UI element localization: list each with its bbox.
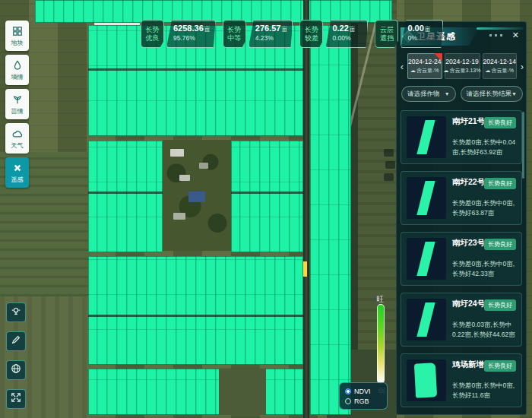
- layer-option-rgb[interactable]: RGB: [345, 397, 387, 405]
- measure-pencil-icon: [11, 334, 21, 348]
- growth-badge: 长势良好: [484, 178, 516, 189]
- field-card[interactable]: 鸡场新增耕地西 长势良好 长势差0亩,长势中0亩,长势好11.6亩: [401, 353, 522, 407]
- stat-chip: 云层遮挡: [375, 20, 398, 48]
- stat-group-excellent: 长势优良 6258.36亩 95.76%: [141, 20, 216, 48]
- tool-globe-button[interactable]: [6, 360, 26, 380]
- stat-group-cloud: 云层遮挡 0.00亩 0%: [375, 20, 443, 48]
- field-overlay[interactable]: [88, 141, 163, 252]
- next-date-icon[interactable]: ›: [519, 62, 525, 71]
- stat-chip: 长势较差: [299, 20, 323, 48]
- stat-group-poor: 长势较差 0.22亩 0.00%: [299, 20, 368, 48]
- moisture-drop-icon: [12, 60, 23, 74]
- chevron-down-icon: ▼: [445, 91, 450, 97]
- field-card[interactable]: 南圩23号路南 长势良好 长势差0亩,长势中0亩,长势好42.33亩: [401, 232, 522, 286]
- field-card[interactable]: 南圩24号路南 长势良好 长势差0.03亩,长势中0.22亩,长势好44.62亩: [401, 293, 522, 347]
- stat-chip: 长势中等: [223, 20, 246, 48]
- satellite-tool-icon: [11, 306, 21, 319]
- growth-result-select[interactable]: 请选择长势结果 ▼: [461, 86, 523, 102]
- field-overlay[interactable]: [88, 369, 303, 415]
- sidebar-item-seedling[interactable]: 苗情: [5, 89, 29, 119]
- field-boundary: [231, 192, 303, 194]
- field-overlay[interactable]: [88, 256, 303, 365]
- field-boundary: [88, 68, 303, 71]
- remote-sensing-satellite-icon: [12, 163, 23, 176]
- field-desc: 长势差0亩,长势中0亩,长势好63.87亩: [452, 198, 516, 218]
- legend-label-high: 旺: [376, 294, 384, 305]
- low-ndvi-strip: [303, 261, 307, 277]
- new-badge-icon: [434, 53, 442, 62]
- date-tab[interactable]: 2024-12-19 ☁含云量3.13%: [445, 53, 480, 79]
- map-label-tag: [384, 149, 394, 157]
- cloud-icon: ☁: [410, 68, 416, 74]
- tool-measure-button[interactable]: [6, 331, 26, 351]
- ndvi-gradient-bar: [377, 304, 385, 384]
- sidebar-item-label: 天气: [11, 143, 24, 149]
- stat-value-box: 0.22亩 0.00%: [325, 20, 368, 48]
- field-card[interactable]: 南圩22号路南 长势良好 长势差0亩,长势中0亩,长势好63.87亩: [401, 171, 522, 225]
- sidebar-item-label: 墒情: [11, 74, 24, 81]
- stat-chip: 长势优良: [141, 20, 164, 48]
- growth-stats-bar: 长势优良 6258.36亩 95.76% 长势中等 276.57亩 4.23% …: [141, 20, 443, 48]
- growth-badge: 长势良好: [484, 360, 516, 372]
- stat-percent: 0.00%: [332, 34, 363, 42]
- growth-badge: 长势良好: [484, 239, 516, 250]
- layer-option-ndvi[interactable]: NDVI: [345, 388, 387, 395]
- app-window: 地块 墒情 苗情 天气 遥感 长势优良 6258.36亩 95.: [0, 0, 532, 418]
- sidebar-item-label: 地块: [11, 40, 24, 46]
- field-card[interactable]: 南圩21号路南 长势良好 长势差0亩,长势中0.04亩,长势好63.92亩: [401, 110, 522, 164]
- stat-area: 0.00: [407, 24, 423, 33]
- tool-fullscreen-button[interactable]: [6, 389, 26, 409]
- date-tabs: ‹ 2024-12-24 ☁含云量-% 2024-12-19 ☁含云量3.13%…: [399, 52, 525, 80]
- growth-badge: 长势良好: [484, 117, 516, 128]
- stat-area: 6258.36: [173, 24, 204, 33]
- village-area: [163, 140, 231, 251]
- globe-icon: [11, 363, 21, 377]
- filter-row: 请选择作物 ▼ 请选择长势结果 ▼: [401, 86, 523, 102]
- sidebar-item-weather[interactable]: 天气: [5, 123, 29, 154]
- date-tab[interactable]: 2024-12-24 ☁含云量-%: [407, 53, 442, 79]
- map-label-tag: [385, 161, 395, 169]
- field-boundary: [88, 315, 303, 317]
- cloud-icon: ☁: [485, 68, 490, 74]
- field-thumbnail: [407, 177, 446, 219]
- field-thumbnail: [407, 299, 446, 340]
- stat-percent: 95.76%: [173, 34, 211, 42]
- field-desc: 长势差0亩,长势中0亩,长势好42.33亩: [452, 259, 516, 279]
- field-thumbnail: [407, 359, 446, 401]
- weather-cloud-icon: [12, 128, 23, 142]
- stat-value-box: 276.57亩 4.23%: [249, 20, 293, 48]
- sidebar-item-label: 遥感: [11, 177, 24, 183]
- radio-unselected-icon: [345, 398, 351, 404]
- field-overlay[interactable]: [231, 141, 303, 252]
- prev-date-icon[interactable]: ‹: [399, 62, 405, 71]
- seedling-icon: [12, 94, 23, 108]
- road: [303, 0, 309, 418]
- chevron-down-icon: ▼: [511, 91, 517, 97]
- sidebar-item-label: 苗情: [11, 109, 24, 115]
- field-boundary: [88, 192, 163, 194]
- cloud-icon: ☁: [444, 68, 449, 74]
- map-label-tag: [384, 173, 394, 181]
- header-dots: [489, 34, 502, 36]
- stat-value-box: 0.00亩 0%: [401, 20, 443, 48]
- date-tab[interactable]: 2024-12-14 ☁含云量-%: [483, 53, 517, 79]
- field-thumbnail: [407, 116, 446, 158]
- stat-area: 0.22: [332, 24, 348, 33]
- layer-toggle-panel: NDVI RGB: [339, 382, 388, 410]
- sidebar-item-remote-sensing[interactable]: 遥感: [5, 157, 29, 188]
- fullscreen-expand-icon: [11, 392, 21, 406]
- stat-value-box: 6258.36亩 95.76%: [166, 20, 216, 48]
- close-icon[interactable]: ✕: [509, 29, 522, 42]
- field-desc: 长势差0亩,长势中0.04亩,长势好63.92亩: [452, 138, 516, 157]
- crop-select[interactable]: 请选择作物 ▼: [401, 86, 456, 102]
- radio-selected-icon: [345, 388, 351, 394]
- sidebar-item-moisture[interactable]: 墒情: [5, 55, 29, 85]
- stat-area: 276.57: [255, 24, 281, 33]
- stat-percent: 0%: [407, 34, 438, 42]
- field-card-list: 南圩21号路南 长势良好 长势差0亩,长势中0.04亩,长势好63.92亩 南圩…: [401, 110, 522, 411]
- tool-satellite-button[interactable]: [6, 302, 26, 322]
- sidebar-item-plots[interactable]: 地块: [5, 21, 29, 51]
- field-desc: 长势差0.03亩,长势中0.22亩,长势好44.62亩: [452, 320, 516, 340]
- field-overlay[interactable]: [310, 25, 351, 415]
- panel-scrollbar[interactable]: [522, 112, 524, 179]
